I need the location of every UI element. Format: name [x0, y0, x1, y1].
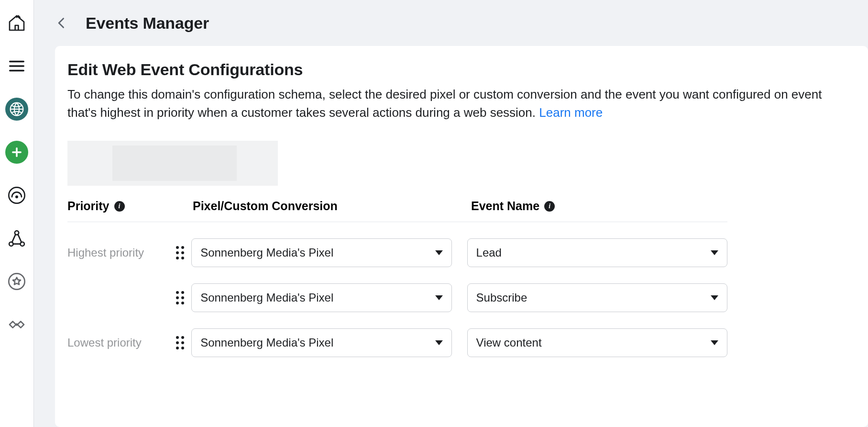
- table-rows: Highest priority Sonnenberg Media's Pixe…: [67, 222, 727, 357]
- caret-down-icon: [711, 250, 718, 255]
- back-button[interactable]: [55, 14, 68, 32]
- domain-redacted: [67, 141, 278, 186]
- event-select[interactable]: View content: [467, 328, 727, 357]
- table-row: Sonnenberg Media's Pixel Subscribe: [67, 283, 727, 312]
- event-select-value: View content: [476, 336, 542, 349]
- pixel-select[interactable]: Sonnenberg Media's Pixel: [191, 283, 451, 312]
- info-icon[interactable]: i: [114, 201, 125, 212]
- learn-more-link[interactable]: Learn more: [539, 105, 603, 120]
- column-event: Event Name: [471, 199, 539, 213]
- priority-label: Lowest priority: [67, 336, 169, 349]
- app-layout: Events Manager Edit Web Event Configurat…: [0, 0, 868, 427]
- chevron-left-icon: [55, 14, 68, 32]
- content: Events Manager Edit Web Event Configurat…: [34, 0, 868, 427]
- panel: Edit Web Event Configurations To change …: [55, 46, 868, 427]
- handshake-icon: [7, 315, 26, 334]
- description-text: To change this domain's configuration sc…: [67, 87, 822, 120]
- pixel-select-value: Sonnenberg Media's Pixel: [200, 291, 333, 304]
- sidebar-item-favorites[interactable]: [5, 270, 28, 293]
- sidebar-item-data-sources[interactable]: [5, 98, 28, 121]
- priority-label: Highest priority: [67, 246, 169, 259]
- drag-icon: [176, 336, 184, 349]
- pixel-select-value: Sonnenberg Media's Pixel: [200, 246, 333, 259]
- caret-down-icon: [711, 340, 718, 345]
- share-nodes-icon: [7, 229, 26, 248]
- caret-down-icon: [711, 295, 718, 300]
- drag-handle[interactable]: [169, 246, 191, 259]
- event-table: Priority i Pixel/Custom Conversion Event…: [67, 199, 727, 357]
- column-pixel: Pixel/Custom Conversion: [193, 199, 338, 213]
- plus-icon: [10, 146, 23, 159]
- star-circle-icon: [7, 272, 26, 291]
- column-priority: Priority: [67, 199, 110, 213]
- sidebar-item-custom-conversions[interactable]: [5, 227, 28, 250]
- caret-down-icon: [435, 250, 443, 255]
- event-select[interactable]: Subscribe: [467, 283, 727, 312]
- drag-handle[interactable]: [169, 291, 191, 304]
- drag-icon: [176, 291, 184, 304]
- globe-icon: [9, 101, 24, 117]
- sidebar: [0, 0, 34, 427]
- table-header: Priority i Pixel/Custom Conversion Event…: [67, 199, 727, 222]
- section-title: Edit Web Event Configurations: [67, 60, 868, 79]
- domain-redacted-inner: [112, 146, 237, 181]
- pixel-select-value: Sonnenberg Media's Pixel: [200, 336, 333, 349]
- panel-inner: Edit Web Event Configurations To change …: [55, 60, 868, 357]
- sidebar-item-home[interactable]: [5, 11, 28, 34]
- caret-down-icon: [435, 340, 443, 345]
- event-select-value: Lead: [476, 246, 502, 259]
- table-row: Lowest priority Sonnenberg Media's Pixel…: [67, 328, 727, 357]
- section-description: To change this domain's configuration sc…: [67, 86, 852, 122]
- event-select[interactable]: Lead: [467, 238, 727, 267]
- drag-icon: [176, 246, 184, 259]
- event-select-value: Subscribe: [476, 291, 527, 304]
- menu-icon: [8, 57, 26, 75]
- pixel-select[interactable]: Sonnenberg Media's Pixel: [191, 328, 451, 357]
- svg-point-11: [9, 273, 24, 289]
- sidebar-item-add[interactable]: [5, 141, 28, 164]
- drag-handle[interactable]: [169, 336, 191, 349]
- sidebar-item-audience[interactable]: [5, 184, 28, 207]
- svg-point-7: [16, 196, 17, 198]
- header: Events Manager: [34, 0, 868, 46]
- home-icon: [7, 13, 26, 33]
- table-row: Highest priority Sonnenberg Media's Pixe…: [67, 238, 727, 267]
- gauge-icon: [7, 186, 26, 205]
- caret-down-icon: [435, 295, 443, 300]
- svg-point-6: [9, 187, 24, 203]
- sidebar-item-menu[interactable]: [5, 55, 28, 78]
- info-icon[interactable]: i: [544, 201, 555, 212]
- pixel-select[interactable]: Sonnenberg Media's Pixel: [191, 238, 451, 267]
- sidebar-item-partner-integrations[interactable]: [5, 313, 28, 336]
- page-title: Events Manager: [86, 14, 209, 33]
